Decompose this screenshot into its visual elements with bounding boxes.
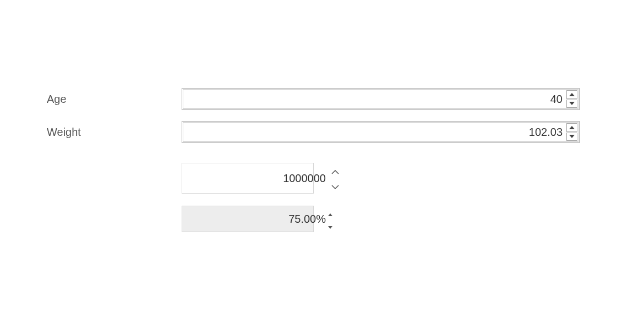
svg-marker-0 [569,93,575,96]
amount-increment-button[interactable] [331,163,339,178]
weight-increment-button[interactable] [566,123,577,132]
caret-down-icon [569,102,575,105]
caret-up-icon [328,206,332,219]
chevron-up-icon [331,164,339,177]
weight-input[interactable] [183,123,566,141]
caret-down-icon [328,219,332,232]
caret-up-icon [569,126,575,129]
amount-decrement-button[interactable] [331,178,339,193]
age-decrement-button[interactable] [566,100,577,108]
age-input[interactable] [183,90,566,108]
percent-increment-button[interactable] [328,206,332,219]
caret-up-icon [569,93,575,96]
age-label: Age [47,93,182,106]
age-spinner[interactable] [182,88,580,110]
amount-input[interactable] [182,163,331,193]
percent-decrement-button[interactable] [328,219,332,232]
svg-marker-5 [328,226,332,229]
amount-spinner[interactable] [182,163,314,194]
percent-spinner[interactable] [182,206,314,232]
chevron-down-icon [331,179,339,192]
svg-marker-2 [569,126,575,129]
svg-marker-1 [569,102,575,105]
percent-input[interactable] [182,206,328,232]
svg-marker-3 [569,135,575,138]
weight-decrement-button[interactable] [566,133,577,141]
age-increment-button[interactable] [566,90,577,99]
weight-spinner[interactable] [182,121,580,143]
svg-marker-4 [328,213,332,216]
weight-label: Weight [47,126,182,139]
caret-down-icon [569,135,575,138]
